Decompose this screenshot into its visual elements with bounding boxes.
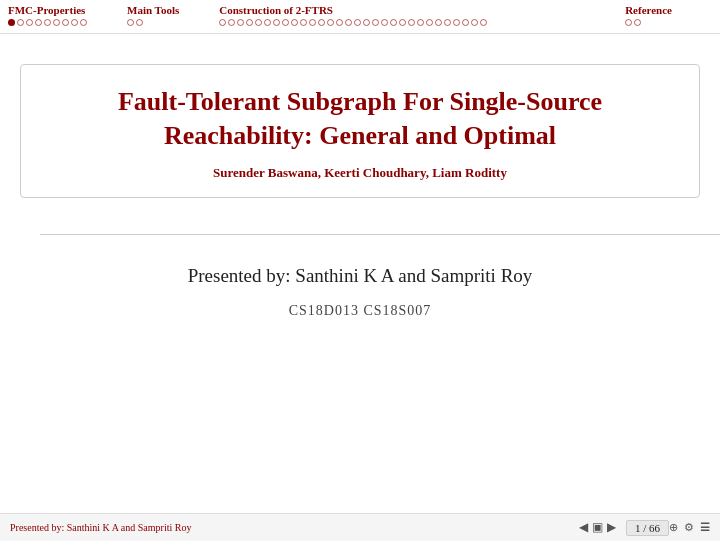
dot xyxy=(426,19,433,26)
nav-construction-title: Construction of 2-FTRS xyxy=(219,4,333,17)
dot xyxy=(228,19,235,26)
nav-section-construction[interactable]: Construction of 2-FTRS xyxy=(219,4,487,26)
nav-fmc-dots xyxy=(8,19,87,26)
page-indicator: 1 / 66 xyxy=(626,520,669,536)
dot xyxy=(136,19,143,26)
dot xyxy=(462,19,469,26)
dot xyxy=(255,19,262,26)
zoom-icon[interactable]: ⊕ xyxy=(669,521,678,534)
dot xyxy=(62,19,69,26)
dot xyxy=(399,19,406,26)
dot xyxy=(363,19,370,26)
nav-construction-dots xyxy=(219,19,487,26)
dot xyxy=(291,19,298,26)
dot xyxy=(390,19,397,26)
dot xyxy=(345,19,352,26)
dot xyxy=(246,19,253,26)
dot xyxy=(444,19,451,26)
dot xyxy=(471,19,478,26)
dot xyxy=(71,19,78,26)
nav-section-fmc[interactable]: FMC-Properties xyxy=(8,4,87,26)
nav-right-icon[interactable]: ▶ xyxy=(607,520,616,535)
dot xyxy=(264,19,271,26)
dot xyxy=(17,19,24,26)
course-ids: CS18D013 CS18S007 xyxy=(188,303,533,319)
slide-title-line1: Fault-Tolerant Subgraph For Single-Sourc… xyxy=(118,87,602,116)
dot xyxy=(327,19,334,26)
nav-left-icon[interactable]: ◀ xyxy=(579,520,588,535)
dot xyxy=(44,19,51,26)
dot xyxy=(480,19,487,26)
dot xyxy=(336,19,343,26)
dot xyxy=(219,19,226,26)
dot xyxy=(273,19,280,26)
nav-section-main-tools[interactable]: Main Tools xyxy=(127,4,179,26)
dot xyxy=(282,19,289,26)
title-box: Fault-Tolerant Subgraph For Single-Sourc… xyxy=(20,64,700,198)
dot xyxy=(309,19,316,26)
nav-reference-dots xyxy=(625,19,641,26)
dot xyxy=(634,19,641,26)
presenter-line: Presented by: Santhini K A and Sampriti … xyxy=(188,265,533,287)
dot xyxy=(237,19,244,26)
nav-frame-icon[interactable]: ▣ xyxy=(592,520,603,535)
section-divider xyxy=(40,234,720,235)
menu-icon[interactable]: ☰ xyxy=(700,521,710,534)
dot xyxy=(372,19,379,26)
nav-bar: FMC-Properties Main Tools Construction o… xyxy=(0,0,720,34)
dot xyxy=(300,19,307,26)
bottom-right-icons[interactable]: ⊕ ⚙ ☰ xyxy=(669,521,710,534)
nav-fmc-title: FMC-Properties xyxy=(8,4,85,17)
dot xyxy=(354,19,361,26)
settings-icon[interactable]: ⚙ xyxy=(684,521,694,534)
dot xyxy=(318,19,325,26)
bottom-bar: Presented by: Santhini K A and Sampriti … xyxy=(0,513,720,541)
dot xyxy=(80,19,87,26)
dot xyxy=(435,19,442,26)
dot xyxy=(8,19,15,26)
footer-presenter: Presented by: Santhini K A and Sampriti … xyxy=(10,522,559,533)
slide-content: Fault-Tolerant Subgraph For Single-Sourc… xyxy=(0,34,720,494)
nav-tools-title: Main Tools xyxy=(127,4,179,17)
dot xyxy=(35,19,42,26)
dot xyxy=(625,19,632,26)
presenter-label: Presented by: xyxy=(188,265,291,286)
presenter-section: Presented by: Santhini K A and Sampriti … xyxy=(188,265,533,319)
dot xyxy=(381,19,388,26)
presenter-names: Santhini K A and Sampriti Roy xyxy=(295,265,532,286)
dot xyxy=(408,19,415,26)
slide-title: Fault-Tolerant Subgraph For Single-Sourc… xyxy=(51,85,669,153)
dot xyxy=(26,19,33,26)
dot xyxy=(127,19,134,26)
slide-title-line2: Reachability: General and Optimal xyxy=(164,121,556,150)
dot xyxy=(417,19,424,26)
page-current: 1 xyxy=(635,522,641,534)
dot xyxy=(53,19,60,26)
nav-tools-dots xyxy=(127,19,143,26)
page-total: 66 xyxy=(649,522,660,534)
slide-authors: Surender Baswana, Keerti Choudhary, Liam… xyxy=(51,165,669,181)
dot xyxy=(453,19,460,26)
bottom-nav-icons[interactable]: ◀ ▣ ▶ xyxy=(579,520,616,535)
nav-reference-title: Reference xyxy=(625,4,672,17)
nav-section-reference[interactable]: Reference xyxy=(625,4,672,26)
